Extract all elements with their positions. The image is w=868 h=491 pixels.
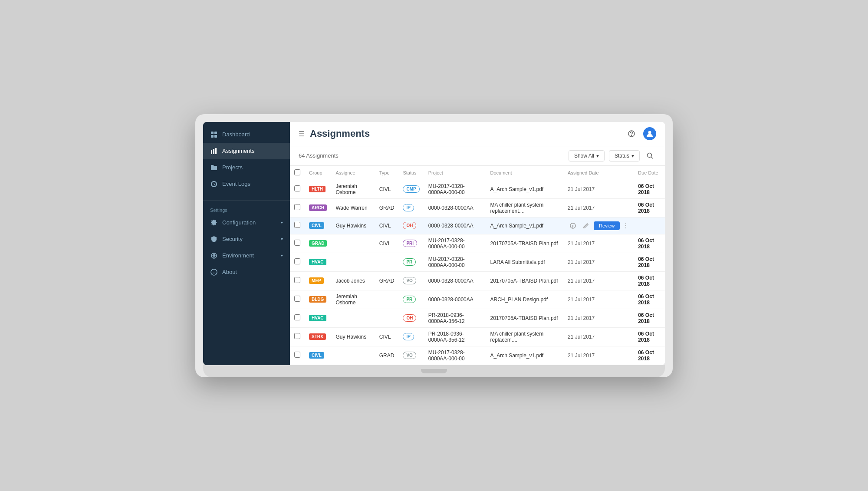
row-project: MU-2017-0328-0000AA-000-00: [424, 234, 486, 253]
row-due-date: 06 Oct 2018: [634, 290, 665, 309]
row-due-date: 06 Oct 2018: [634, 271, 665, 290]
row-group: BLDG: [305, 365, 331, 365]
sidebar-item-dashboard[interactable]: Dashboard: [203, 126, 290, 143]
row-project: 0000-0328-0000AA: [424, 217, 486, 234]
table-row[interactable]: GRADCIVLPRIMU-2017-0328-0000AA-000-00201…: [290, 234, 665, 253]
menu-icon[interactable]: ☰: [299, 130, 305, 138]
row-group: HVAC: [305, 309, 331, 327]
row-checkbox[interactable]: [294, 240, 300, 246]
row-assignee: Wade Warren: [331, 198, 375, 217]
row-checkbox-cell: [290, 365, 305, 365]
row-status: VO: [398, 271, 424, 290]
row-checkbox[interactable]: [294, 333, 300, 339]
status-filter-button[interactable]: Status ▾: [609, 150, 640, 161]
row-group: HVAC: [305, 253, 331, 271]
col-assigned-date: Assigned Date: [563, 166, 634, 180]
sidebar-item-label: Dashboard: [222, 131, 250, 138]
clock-icon: [210, 180, 218, 188]
row-assignee: [331, 253, 375, 271]
table-row[interactable]: BLDGGRADIP0000-0328-0000AALARA All Submi…: [290, 365, 665, 365]
row-document: LARA All Submittals.pdf: [486, 253, 563, 271]
row-project: 0000-0328-0000AA: [424, 271, 486, 290]
sidebar-item-label: Environment: [222, 252, 254, 259]
group-badge: HVAC: [309, 259, 326, 265]
sidebar-item-event-logs[interactable]: Event Logs: [203, 176, 290, 192]
row-status: PR: [398, 290, 424, 309]
row-assignee: [331, 346, 375, 365]
table-row[interactable]: ARCHWade WarrenGRADIP0000-0328-0000AAMA …: [290, 198, 665, 217]
table-row[interactable]: CIVLGuy HawkinsCIVLOH0000-0328-0000AAA_A…: [290, 217, 665, 234]
more-actions-button[interactable]: ⋮: [622, 221, 629, 230]
table-row[interactable]: HLTHJeremiah OsborneCIVLCMPMU-2017-0328-…: [290, 180, 665, 198]
group-badge: CIVL: [309, 222, 324, 229]
svg-rect-4: [211, 150, 212, 154]
chevron-down-icon: ▾: [281, 253, 283, 258]
row-due-date: 06 Oct 2018: [634, 234, 665, 253]
assignments-table-container: Group Assignee Type Status Project Docum…: [290, 166, 665, 365]
row-assigned-date: iReview⋮: [563, 217, 634, 234]
table-row[interactable]: STRXGuy HawkinsCIVLIPPR-2018-0936-0000AA…: [290, 327, 665, 346]
row-checkbox[interactable]: [294, 277, 300, 283]
user-avatar[interactable]: [643, 127, 656, 140]
help-icon[interactable]: [625, 127, 638, 140]
row-checkbox[interactable]: [294, 185, 300, 191]
search-button[interactable]: [644, 150, 656, 162]
status-badge: OH: [403, 222, 416, 229]
table-row[interactable]: HVACPRMU-2017-0328-0000AA-000-00LARA All…: [290, 253, 665, 271]
sidebar-item-about[interactable]: i About: [203, 264, 290, 280]
sidebar-item-projects[interactable]: Projects: [203, 159, 290, 176]
edit-action-icon[interactable]: [581, 221, 591, 231]
row-document: MA chiller plant system replacem....: [486, 327, 563, 346]
row-type: GRAD: [375, 365, 399, 365]
sidebar-item-security[interactable]: Security ▾: [203, 231, 290, 247]
row-group: BLDG: [305, 290, 331, 309]
svg-text:i: i: [214, 270, 214, 275]
row-checkbox[interactable]: [294, 296, 300, 302]
chart-bar-icon: [210, 147, 218, 155]
table-row[interactable]: HVACOHPR-2018-0936-0000AA-356-1220170705…: [290, 309, 665, 327]
select-all-checkbox[interactable]: [294, 169, 300, 175]
row-assigned-date: 21 Jul 2017: [563, 309, 634, 327]
chevron-down-icon: ▾: [631, 153, 634, 159]
row-type: GRAD: [375, 346, 399, 365]
review-button[interactable]: Review: [594, 221, 620, 230]
status-badge: IP: [403, 333, 414, 340]
col-project: Project: [424, 166, 486, 180]
row-group: STRX: [305, 327, 331, 346]
group-badge: ARCH: [309, 204, 327, 211]
row-document: MA chiller plant system replacement....: [486, 198, 563, 217]
table-row[interactable]: CIVLGRADVOMU-2017-0328-0000AA-000-00A_Ar…: [290, 346, 665, 365]
info-icon: i: [210, 268, 218, 276]
group-badge: MEP: [309, 277, 324, 284]
row-group: MEP: [305, 271, 331, 290]
row-project: MU-2017-0328-0000AA-000-00: [424, 253, 486, 271]
sidebar-item-configuration[interactable]: Configuration ▾: [203, 214, 290, 231]
row-checkbox-cell: [290, 234, 305, 253]
row-assigned-date: 21 Jul 2017: [563, 271, 634, 290]
chevron-down-icon: ▾: [281, 220, 283, 225]
row-project: 0000-0328-0000AA: [424, 365, 486, 365]
settings-label: Settings: [203, 204, 290, 214]
row-checkbox[interactable]: [294, 204, 300, 210]
row-checkbox[interactable]: [294, 258, 300, 264]
row-status: OH: [398, 309, 424, 327]
row-document: ARCH_PLAN Design.pdf: [486, 290, 563, 309]
row-type: [375, 253, 399, 271]
row-status: OH: [398, 217, 424, 234]
table-row[interactable]: MEPJacob JonesGRADVO0000-0328-0000AA2017…: [290, 271, 665, 290]
sidebar-item-environment[interactable]: Environment ▾: [203, 247, 290, 264]
row-checkbox[interactable]: [294, 314, 300, 320]
info-action-icon[interactable]: i: [568, 221, 578, 231]
sidebar-item-label: Configuration: [222, 219, 256, 226]
row-assignee: Jacob Jones: [331, 271, 375, 290]
row-checkbox-cell: [290, 253, 305, 271]
row-checkbox[interactable]: [294, 352, 300, 358]
folder-icon: [210, 164, 218, 171]
table-row[interactable]: BLDGJeremiah OsbornePR0000-0328-0000AAAR…: [290, 290, 665, 309]
show-all-button[interactable]: Show All ▾: [569, 150, 605, 161]
sidebar-item-assignments[interactable]: Assignments: [203, 143, 290, 159]
svg-rect-6: [215, 148, 217, 154]
row-checkbox[interactable]: [294, 222, 300, 228]
select-all-header[interactable]: [290, 166, 305, 180]
row-assigned-date: 21 Jul 2017: [563, 198, 634, 217]
